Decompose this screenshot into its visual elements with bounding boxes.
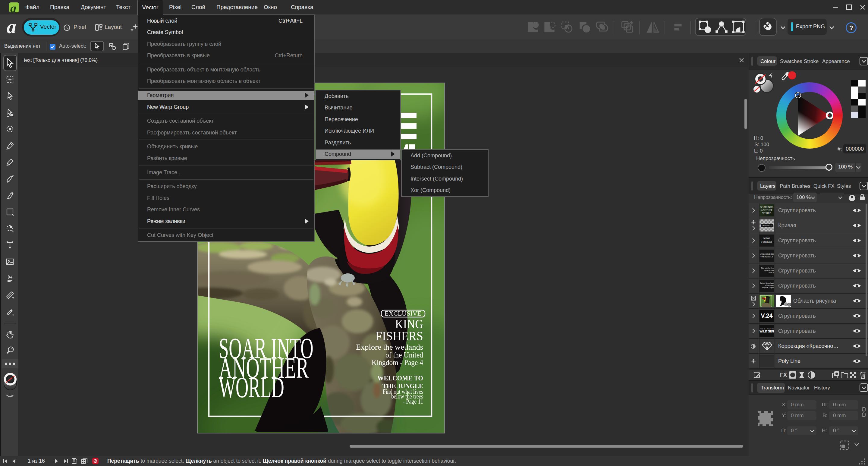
svg-text:EXCLUSIVE: EXCLUSIVE (384, 310, 421, 317)
svg-text:Kingdom - Page 4: Kingdom - Page 4 (372, 358, 423, 367)
svg-text:FISHERS: FISHERS (375, 329, 423, 343)
svg-text:FX: FX (780, 372, 787, 378)
svg-text:WORLD: WORLD (219, 371, 284, 404)
svg-text:- Page 11: - Page 11 (403, 398, 423, 405)
svg-text:Explore the wetlands: Explore the wetlands (356, 343, 423, 351)
svg-text:WELCOME TO: WELCOME TO (377, 374, 423, 382)
